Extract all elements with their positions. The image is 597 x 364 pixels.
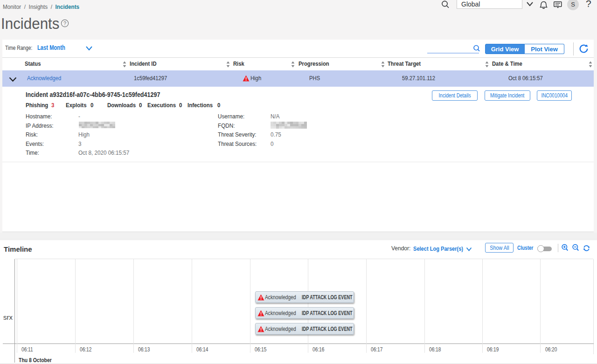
- svg-text:?: ?: [63, 21, 66, 26]
